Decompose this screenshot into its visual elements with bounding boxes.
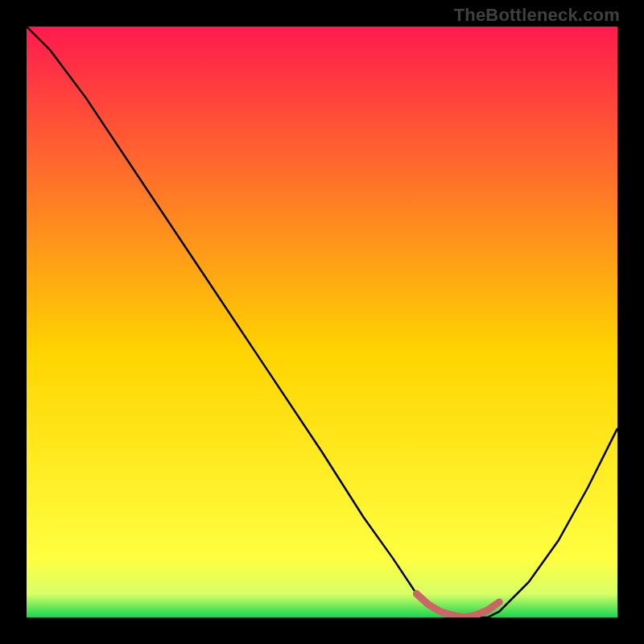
plot-area bbox=[27, 27, 617, 617]
chart-svg bbox=[27, 27, 617, 617]
gradient-bg bbox=[27, 27, 617, 617]
chart-frame: TheBottleneck.com bbox=[0, 0, 644, 644]
brand-watermark: TheBottleneck.com bbox=[454, 5, 620, 26]
